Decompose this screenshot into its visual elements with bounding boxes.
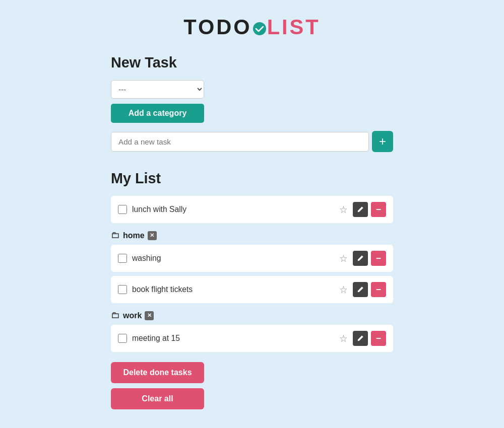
folder-icon: 🗀 [111, 310, 120, 321]
category-select[interactable]: --- home work personal [111, 80, 204, 99]
my-list-heading: My List [111, 170, 393, 187]
task-actions: ☆ − [337, 251, 386, 266]
category-header-work: 🗀 work ✕ [111, 310, 393, 321]
task-label: lunch with Sally [132, 205, 332, 214]
task-item: book flight tickets ☆ − [111, 276, 393, 303]
task-label: book flight tickets [132, 285, 332, 294]
new-task-input[interactable] [111, 132, 369, 152]
delete-button[interactable]: − [371, 282, 386, 297]
svg-point-0 [253, 22, 266, 35]
check-icon [253, 22, 267, 36]
pencil-icon [357, 335, 364, 342]
clear-all-button[interactable]: Clear all [111, 388, 204, 409]
pencil-icon [357, 206, 364, 213]
minus-icon: − [376, 333, 381, 344]
delete-button[interactable]: − [371, 202, 386, 217]
star-icon: ☆ [339, 284, 348, 295]
category-close-home[interactable]: ✕ [148, 231, 157, 240]
task-checkbox[interactable] [118, 285, 127, 294]
delete-button[interactable]: − [371, 251, 386, 266]
edit-button[interactable] [353, 202, 368, 217]
plus-icon: + [379, 135, 386, 148]
edit-button[interactable] [353, 251, 368, 266]
task-label: washing [132, 254, 332, 263]
task-item: meeting at 15 ☆ − [111, 325, 393, 352]
delete-button[interactable]: − [371, 331, 386, 346]
task-checkbox[interactable] [118, 334, 127, 343]
task-checkbox[interactable] [118, 205, 127, 214]
title-todo: TODO [183, 15, 251, 39]
my-list-section: My List lunch with Sally ☆ − 🗀 [111, 170, 393, 352]
star-icon: ☆ [339, 253, 348, 264]
task-item: lunch with Sally ☆ − [111, 196, 393, 223]
folder-icon: 🗀 [111, 230, 120, 241]
new-task-section: New Task --- home work personal Add a ca… [111, 54, 393, 152]
task-actions: ☆ − [337, 331, 386, 346]
category-close-work[interactable]: ✕ [145, 311, 154, 320]
add-category-button[interactable]: Add a category [111, 104, 204, 123]
star-button[interactable]: ☆ [337, 203, 350, 217]
delete-done-button[interactable]: Delete done tasks [111, 362, 204, 383]
minus-icon: − [376, 284, 381, 295]
star-icon: ☆ [339, 204, 348, 215]
task-label: meeting at 15 [132, 334, 332, 343]
edit-button[interactable] [353, 331, 368, 346]
task-item: washing ☆ − [111, 245, 393, 272]
category-name-home: home [123, 231, 145, 240]
star-button[interactable]: ☆ [337, 252, 350, 265]
task-actions: ☆ − [337, 282, 386, 297]
edit-button[interactable] [353, 282, 368, 297]
add-task-button[interactable]: + [372, 131, 393, 152]
star-button[interactable]: ☆ [337, 332, 350, 345]
category-header-home: 🗀 home ✕ [111, 230, 393, 241]
task-actions: ☆ − [337, 202, 386, 217]
action-buttons: Delete done tasks Clear all [111, 362, 393, 409]
task-checkbox[interactable] [118, 254, 127, 263]
star-icon: ☆ [339, 333, 348, 344]
pencil-icon [357, 255, 364, 262]
new-task-heading: New Task [111, 54, 393, 71]
task-input-row: + [111, 131, 393, 152]
app-title: TODOLIST [183, 15, 321, 39]
main-container: New Task --- home work personal Add a ca… [111, 54, 393, 409]
minus-icon: − [376, 204, 381, 215]
title-list: LIST [267, 15, 321, 39]
pencil-icon [357, 286, 364, 293]
star-button[interactable]: ☆ [337, 283, 350, 297]
category-name-work: work [123, 311, 142, 320]
minus-icon: − [376, 253, 381, 264]
